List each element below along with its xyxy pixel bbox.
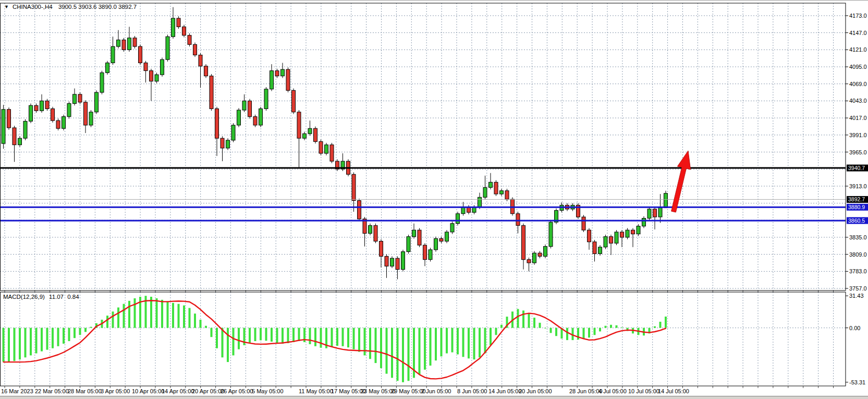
bearish-candle: [182, 27, 186, 35]
bearish-candle: [210, 76, 213, 109]
ohlc-values: 3900.5 3903.6 3890.0 3892.7: [58, 4, 137, 10]
bearish-candle: [380, 241, 383, 256]
bearish-candle: [527, 260, 531, 263]
bullish-candle: [128, 38, 131, 50]
macd-histogram-bar: [375, 328, 377, 363]
macd-histogram-bar: [446, 328, 448, 354]
macd-histogram-bar: [35, 328, 38, 354]
macd-histogram-bar: [178, 304, 180, 328]
bearish-candle: [582, 217, 585, 230]
bullish-candle: [237, 110, 241, 125]
macd-histogram-bar: [320, 328, 322, 348]
macd-histogram-bar: [408, 328, 410, 381]
macd-histogram-bar: [276, 328, 278, 343]
chart-dropdown-icon[interactable]: ▼: [4, 4, 9, 9]
macd-histogram-bar: [238, 328, 240, 349]
bullish-candle: [626, 230, 629, 237]
price-axis-label: 4095.0: [849, 64, 867, 70]
bullish-candle: [647, 209, 651, 219]
price-axis-label: 3783.0: [849, 268, 867, 274]
bearish-candle: [653, 209, 657, 217]
bullish-candle: [429, 250, 432, 260]
macd-histogram-bar: [68, 328, 70, 341]
bearish-candle: [275, 71, 279, 76]
macd-histogram-bar: [205, 326, 207, 328]
macd-histogram-bar: [517, 309, 519, 328]
macd-histogram-bar: [402, 328, 404, 382]
bearish-candle: [352, 174, 356, 200]
macd-histogram-bar: [555, 328, 557, 336]
date-axis-label: 8 Jun 05:00: [457, 388, 487, 394]
bullish-candle: [2, 110, 5, 143]
bearish-candle: [588, 230, 591, 242]
price-level-badge-text: 3880.9: [848, 204, 865, 210]
bullish-candle: [242, 101, 246, 110]
bearish-candle: [330, 145, 334, 161]
bullish-candle: [637, 226, 640, 234]
macd-histogram-bar: [63, 328, 65, 344]
chart-area[interactable]: 3940.73880.93860.53892.74173.04147.04121…: [0, 0, 868, 399]
macd-histogram-bar: [468, 328, 470, 359]
bullish-candle: [456, 214, 460, 224]
current-price-badge-text: 3892.7: [848, 196, 865, 202]
bearish-candle: [319, 141, 323, 153]
bearish-candle: [13, 128, 16, 145]
macd-histogram-bar: [172, 303, 174, 328]
macd-histogram-bar: [117, 308, 119, 328]
bearish-candle: [122, 40, 126, 50]
bullish-candle: [500, 191, 504, 194]
bearish-candle: [78, 94, 82, 102]
macd-histogram-bar: [336, 328, 338, 346]
bullish-candle: [259, 109, 263, 125]
macd-histogram-bar: [260, 328, 262, 341]
macd-histogram-bar: [106, 316, 108, 328]
bullish-candle: [155, 75, 158, 81]
bullish-candle: [166, 37, 169, 59]
date-axis-label: 5 May 05:00: [252, 388, 284, 394]
price-axis-label: 3991.0: [849, 132, 867, 138]
price-axis-label: 4069.0: [849, 81, 867, 87]
bearish-candle: [286, 69, 290, 90]
bearish-candle: [314, 128, 317, 141]
macd-name: MACD(12,26,9): [3, 294, 45, 300]
bullish-candle: [478, 197, 482, 207]
bullish-candle: [40, 101, 44, 111]
price-axis-label: 4173.0: [849, 13, 867, 19]
price-axis-label: 4147.0: [849, 30, 867, 36]
bearish-candle: [133, 38, 137, 46]
macd-histogram-bar: [14, 328, 16, 361]
macd-histogram-bar: [200, 320, 202, 328]
macd-histogram-bar: [386, 328, 388, 374]
date-axis-label: 29 May 05:00: [391, 388, 426, 394]
macd-histogram-bar: [265, 328, 267, 341]
macd-histogram-bar: [430, 328, 432, 366]
macd-histogram-bar: [156, 298, 158, 328]
bearish-candle: [144, 63, 148, 71]
date-axis-label: 10 Jul 05:00: [628, 388, 659, 394]
macd-histogram-bar: [539, 323, 541, 328]
macd-histogram-bar: [358, 328, 360, 352]
bullish-candle: [67, 103, 71, 116]
bearish-candle: [215, 109, 219, 139]
bearish-candle: [51, 109, 55, 121]
macd-histogram-bar: [25, 328, 27, 358]
macd-histogram-bar: [282, 328, 284, 344]
macd-histogram-bar: [665, 317, 667, 328]
bullish-candle: [172, 18, 175, 37]
macd-indicator-label: MACD(12,26,9) 11.07 0.84: [3, 294, 79, 300]
bullish-candle: [642, 218, 646, 226]
date-axis-label: 26 Apr 05:00: [221, 388, 253, 394]
bearish-candle: [609, 237, 613, 244]
macd-histogram-bar: [610, 325, 612, 328]
bearish-candle: [188, 35, 191, 45]
macd-histogram-bar: [19, 328, 21, 360]
bullish-candle: [270, 71, 274, 89]
bullish-candle: [658, 208, 662, 217]
bullish-candle: [450, 224, 454, 232]
macd-histogram-bar: [309, 328, 311, 344]
macd-histogram-bar: [30, 328, 32, 356]
macd-histogram-bar: [134, 298, 136, 328]
macd-histogram-bar: [249, 328, 251, 343]
macd-histogram-bar: [380, 328, 382, 368]
macd-histogram-bar: [222, 328, 224, 358]
